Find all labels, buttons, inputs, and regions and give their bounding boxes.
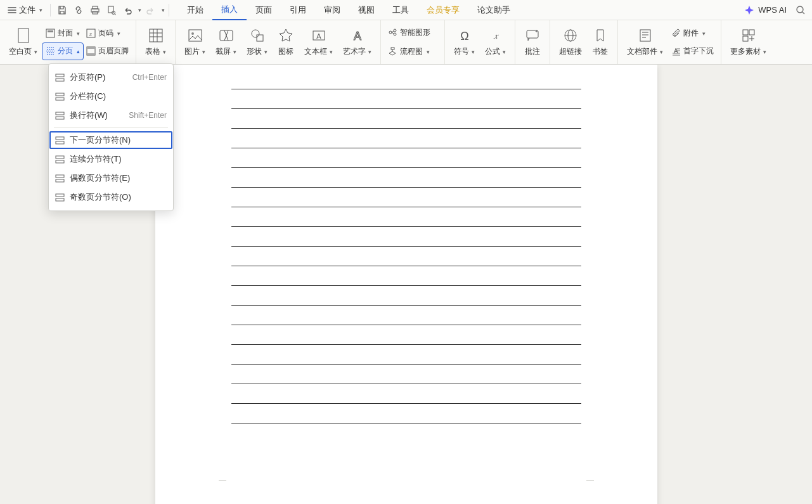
print-preview-button[interactable] (104, 3, 119, 18)
doc-parts-button[interactable]: 文档部件▾ (622, 23, 668, 61)
svg-rect-49 (56, 141, 64, 144)
undo-dropdown-icon[interactable]: ▾ (138, 7, 141, 13)
ribbon-group-diagrams: 图表 智能图形 流程图 ▾ 思维导图 ▾ (381, 20, 445, 64)
document-page[interactable] (155, 65, 657, 504)
underline-row[interactable] (231, 293, 581, 306)
dropdown-item-section-odd[interactable]: 奇数页分节符(O) (49, 188, 173, 207)
underline-row[interactable] (231, 352, 581, 365)
svg-text:A: A (353, 30, 361, 42)
underline-row[interactable] (231, 155, 581, 168)
dropdown-item-label: 下一页分节符(N) (70, 134, 131, 146)
svg-rect-46 (56, 112, 64, 115)
shapes-button[interactable]: 形状▾ (242, 23, 273, 61)
caret-down-icon: ▾ (702, 30, 706, 37)
underline-row[interactable] (231, 195, 581, 207)
page-break-label: 分页 (58, 46, 73, 56)
page-content[interactable] (155, 65, 657, 443)
screenshot-button[interactable]: 截屏▾ (210, 23, 242, 61)
dropdown-item-section-even[interactable]: 偶数页分节符(E) (49, 169, 173, 188)
tab-reference[interactable]: 引用 (281, 0, 315, 20)
divider (169, 4, 169, 16)
underline-row[interactable] (231, 214, 581, 227)
file-menu-button[interactable]: 文件 ▾ (4, 3, 46, 18)
svg-rect-42 (56, 74, 64, 77)
more-materials-button[interactable]: 更多素材▾ (725, 23, 771, 61)
page-break-icon (55, 73, 65, 82)
more-quick-access-icon[interactable]: ▾ (162, 7, 165, 13)
dropdown-item-label: 偶数页分节符(E) (70, 172, 130, 184)
table-button[interactable]: 表格▾ (140, 23, 171, 61)
divider (50, 4, 51, 16)
caret-down-icon: ▾ (117, 30, 120, 37)
underline-row[interactable] (231, 96, 581, 109)
picture-button[interactable]: 图片▾ (179, 23, 210, 61)
underline-row[interactable] (231, 136, 581, 148)
tab-insert[interactable]: 插入 (212, 0, 247, 20)
dropdown-item-page-break[interactable]: 分页符(P)Ctrl+Enter (49, 68, 173, 87)
caret-down-icon: ▾ (163, 49, 166, 55)
dropdown-item-section-next[interactable]: 下一页分节符(N) (49, 131, 173, 150)
underline-row[interactable] (231, 273, 581, 286)
icons-button[interactable]: 图标 (273, 23, 299, 61)
comment-button[interactable]: + 批注 (519, 23, 546, 61)
page-number-button[interactable]: # 页码 ▾ (83, 25, 132, 42)
header-footer-button[interactable]: 页眉页脚 (83, 43, 132, 60)
print-button[interactable] (87, 3, 103, 18)
flowchart-button[interactable]: 流程图 ▾ (385, 44, 441, 60)
attachment-button[interactable]: 附件 ▾ (668, 25, 717, 42)
page-break-dropdown: 分页符(P)Ctrl+Enter分栏符(C)换行符(W)Shift+Enter下… (48, 63, 174, 211)
header-footer-label: 页眉页脚 (98, 46, 129, 56)
wps-ai-icon (744, 5, 754, 15)
underline-row[interactable] (231, 77, 581, 89)
underline-row[interactable] (231, 313, 581, 325)
section-odd-icon (55, 193, 65, 202)
chart-button[interactable]: 图表 (385, 20, 441, 23)
tab-member[interactable]: 会员专享 (418, 0, 468, 20)
smartart-button[interactable]: 智能图形 (385, 25, 441, 41)
dropdown-item-column-break[interactable]: 分栏符(C) (49, 87, 173, 106)
wordart-button[interactable]: A 艺术字▾ (338, 23, 377, 61)
link-button[interactable] (71, 3, 86, 18)
tab-review[interactable]: 审阅 (315, 0, 349, 20)
tab-start[interactable]: 开始 (178, 0, 212, 20)
tab-page[interactable]: 页面 (247, 0, 281, 20)
dropdown-item-line-break[interactable]: 换行符(W)Shift+Enter (49, 106, 173, 125)
save-button[interactable] (55, 3, 70, 18)
file-label: 文件 (19, 4, 35, 16)
equation-label: 公式 (485, 46, 500, 57)
blank-page-button[interactable]: 空白页▾ (4, 23, 42, 61)
tab-view[interactable]: 视图 (349, 0, 383, 20)
section-next-icon (55, 136, 65, 145)
page-break-button[interactable]: 分页 ▴ (42, 43, 83, 60)
textbox-button[interactable]: A 文本框▾ (299, 23, 338, 61)
ribbon-insert: 空白页▾ 封面 ▾ 分页 ▴ # 页码 ▾ (0, 20, 812, 65)
ribbon-group-illustrations: 图片▾ 截屏▾ 形状▾ 图标 A 文本框▾ A 艺术字▾ (176, 20, 381, 64)
cover-button[interactable]: 封面 ▾ (42, 25, 83, 42)
underline-row[interactable] (231, 234, 581, 247)
underline-row[interactable] (231, 254, 581, 266)
undo-button[interactable] (120, 3, 136, 18)
symbol-button[interactable]: Ω 符号▾ (449, 23, 480, 61)
svg-rect-12 (87, 47, 95, 49)
underline-row[interactable] (231, 332, 581, 345)
svg-rect-15 (189, 30, 202, 41)
hyperlink-button[interactable]: 超链接 (554, 23, 587, 61)
redo-button[interactable] (143, 3, 158, 18)
smartart-label: 智能图形 (400, 27, 430, 38)
dropdown-item-label: 连续分节符(T) (70, 153, 122, 165)
dropdown-item-section-cont[interactable]: 连续分节符(T) (49, 150, 173, 169)
underline-row[interactable] (231, 116, 581, 129)
underline-row[interactable] (231, 391, 581, 404)
wps-ai-label: WPS AI (758, 5, 787, 15)
svg-point-18 (252, 30, 259, 37)
drop-cap-button[interactable]: A 首字下沉 (668, 43, 717, 60)
wps-ai-button[interactable]: WPS AI (739, 5, 792, 15)
underline-row[interactable] (231, 411, 581, 423)
equation-button[interactable]: 𝑥 公式▾ (480, 23, 511, 61)
search-button[interactable] (793, 3, 808, 18)
underline-row[interactable] (231, 372, 581, 384)
tab-tools[interactable]: 工具 (383, 0, 418, 20)
bookmark-button[interactable]: 书签 (587, 23, 614, 61)
tab-thesis[interactable]: 论文助手 (468, 0, 519, 20)
underline-row[interactable] (231, 175, 581, 188)
